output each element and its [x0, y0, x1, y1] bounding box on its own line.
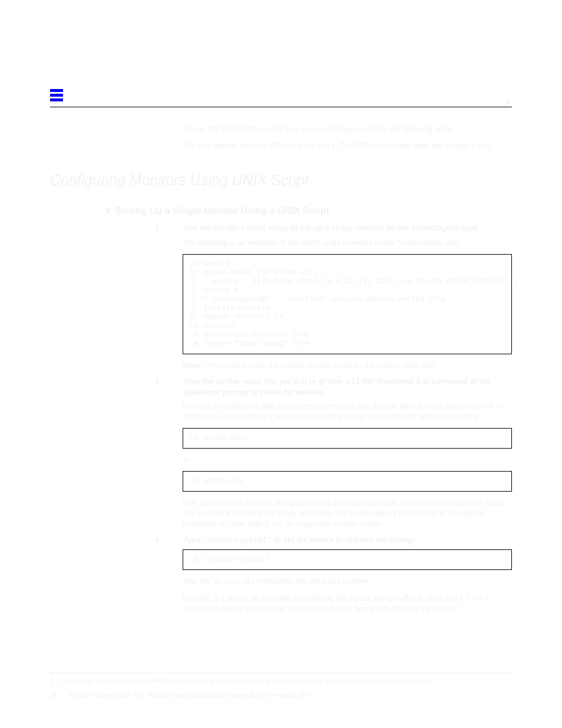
step-3: 3. Type "/sbus/cgsix@1" to set the devic…: [155, 535, 512, 546]
step-text: Type the probe-sbus (for pre-2.x) or pro…: [183, 376, 512, 397]
chapter-number: 3: [505, 95, 510, 109]
paragraph-line2: Line 2 pushes the vsetup string containi…: [183, 498, 512, 529]
intro-paragraph-2: The slot farthest from the CPU board is …: [183, 140, 512, 151]
intro-paragraph-1: To use the TurboGXplus card as a console…: [183, 124, 512, 134]
paragraph-after-step2: Devices are probed so that subsequent co…: [183, 401, 512, 422]
footnote-text: Use probe-sbus for OpenBoot PROM environ…: [61, 677, 512, 686]
code-block-4: ok "/sbus/cgsix@1": [183, 549, 512, 570]
note-a: Note – You must include the closing doub…: [183, 360, 512, 371]
step-1: 1. Use the nvramrc UNIX script to set up…: [155, 223, 512, 234]
subsection-heading-1: ▼ Setting Up a Single Monitor Using a UN…: [103, 205, 512, 218]
section-heading: Configuring Monitors Using UNIX Script: [50, 170, 512, 190]
step-number: 1.: [155, 223, 183, 234]
document-page: 3 To use the TurboGXplus card as a conso…: [0, 0, 562, 728]
step-2: 2. Type the probe-sbus (for pre-2.x) or …: [155, 376, 512, 397]
hamburger-icon: [50, 89, 63, 102]
paragraph-after-step1: The following is an example of this UNIX…: [183, 238, 512, 248]
paragraph-cgsix: The "@1" in cgsix@1 represents the SBus …: [183, 576, 512, 587]
paragraph-figure: FIGURE 3-1 shows an example of modifying…: [183, 593, 512, 614]
step-number: 3.: [155, 535, 183, 546]
header-rule: 3: [50, 88, 512, 107]
footnote-number: 1.: [50, 677, 61, 686]
code-block-1: ok nvedit 0: probe-sbus1 (or probe-all) …: [183, 254, 512, 354]
code-block-3: ok probe-all: [183, 471, 512, 492]
or-text: or: [183, 454, 512, 465]
document-content: To use the TurboGXplus card as a console…: [50, 117, 512, 620]
page-number: 28: [50, 691, 70, 700]
footnote: 1. Use probe-sbus for OpenBoot PROM envi…: [50, 673, 512, 686]
code-block-2: ok probe-sbus: [183, 428, 512, 449]
page-footer: 28 Platform Notes: SME, GX, TurboGX, and…: [50, 691, 512, 700]
document-title: Platform Notes: SME, GX, TurboGX, and Tu…: [70, 691, 512, 700]
step-number: 2.: [155, 376, 183, 397]
step-text: Use the nvramrc UNIX script to set up a …: [183, 223, 512, 234]
step-text: Type "/sbus/cgsix@1" to set the device t…: [183, 535, 512, 546]
